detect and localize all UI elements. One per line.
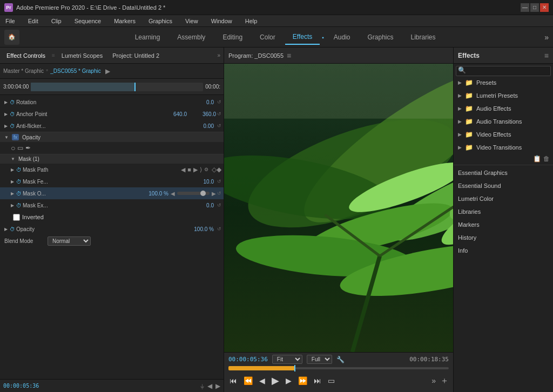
antiflicker-stopwatch[interactable]: ⏱	[10, 123, 15, 129]
menu-edit[interactable]: Edit	[25, 17, 42, 25]
add-button[interactable]: ＋	[440, 375, 449, 387]
anchor-stopwatch[interactable]: ⏱	[10, 111, 15, 117]
mask-opacity-reset[interactable]: ↺	[217, 191, 221, 196]
mask-expansion-toggle[interactable]: ▶	[11, 203, 16, 208]
rotation-stopwatch[interactable]: ⏱	[10, 99, 15, 105]
inverted-checkbox[interactable]	[13, 214, 20, 221]
opacity-toggle[interactable]: ▼	[4, 135, 10, 140]
monitor-menu-button[interactable]: ≡	[287, 51, 291, 60]
safe-margins-button[interactable]: ▭	[327, 375, 336, 386]
panel-expand-button[interactable]: »	[217, 52, 220, 58]
anchor-y[interactable]: 360.0	[189, 111, 216, 117]
mask-opacity-fwd[interactable]: ▶	[212, 191, 216, 197]
menu-file[interactable]: File	[2, 17, 18, 25]
project-tab[interactable]: Project: Untitled 2	[109, 51, 163, 60]
to-out-button[interactable]: ⏭	[313, 375, 322, 386]
mask-opacity-toggle[interactable]: ▶	[11, 191, 16, 196]
close-button[interactable]: ✕	[540, 3, 549, 12]
mask-opacity-slider[interactable]	[177, 192, 210, 195]
lumetri-scopes-tab[interactable]: Lumetri Scopes	[58, 51, 106, 60]
menu-view[interactable]: View	[182, 17, 201, 25]
new-bin-button[interactable]: 📋	[533, 155, 541, 163]
rect-mask[interactable]: ▭	[17, 144, 23, 152]
effect-controls-tab[interactable]: Effect Controls	[3, 51, 49, 60]
libraries-link[interactable]: Libraries	[454, 205, 553, 218]
mask-opacity-back[interactable]: ◀	[171, 191, 175, 197]
mask-path-stop[interactable]: ■	[187, 166, 191, 173]
opacity-val-toggle[interactable]: ▶	[4, 227, 10, 232]
anchor-toggle[interactable]: ▶	[4, 112, 10, 117]
opacity-val-stopwatch[interactable]: ⏱	[10, 226, 15, 232]
lumetri-color-link[interactable]: Lumetri Color	[454, 192, 553, 205]
history-link[interactable]: History	[454, 231, 553, 244]
wrench-icon[interactable]: 🔧	[336, 356, 345, 363]
mask-feather-reset[interactable]: ↺	[217, 179, 221, 184]
effects-menu-button[interactable]: ≡	[544, 51, 549, 60]
mask-opacity-value[interactable]: 100.0 %	[136, 191, 168, 197]
rotation-value[interactable]: 0.0	[181, 99, 214, 105]
markers-link[interactable]: Markers	[454, 218, 553, 231]
play-button[interactable]: ▶	[105, 67, 110, 75]
essential-sound-link[interactable]: Essential Sound	[454, 179, 553, 192]
effect-audio-effects[interactable]: ▶ 📁 Audio Effects	[454, 102, 553, 115]
playback-bar[interactable]	[228, 366, 449, 371]
menu-markers[interactable]: Markers	[111, 17, 139, 25]
ec-ruler[interactable]	[31, 83, 203, 91]
current-time[interactable]: 00:00:05:36	[228, 356, 268, 363]
mask-expansion-value[interactable]: 0.0	[181, 202, 214, 208]
menu-help[interactable]: Help	[242, 17, 261, 25]
home-button[interactable]: 🏠	[4, 30, 19, 45]
anchor-reset[interactable]: ↺	[217, 111, 221, 117]
menu-graphics[interactable]: Graphics	[145, 17, 176, 25]
mask-expansion-stopwatch[interactable]: ⏱	[16, 202, 22, 208]
delete-button[interactable]: 🗑	[543, 155, 550, 163]
mask-feather-stopwatch[interactable]: ⏱	[16, 179, 22, 185]
quality-select[interactable]: Full 1/2 1/4	[307, 355, 332, 364]
opacity-val-reset[interactable]: ↺	[217, 226, 221, 232]
pen-mask[interactable]: ✒	[25, 144, 31, 152]
play-button[interactable]: ▶	[271, 374, 280, 388]
antiflicker-value[interactable]: 0.00	[181, 123, 214, 129]
mask-path-add[interactable]: ⟩	[200, 166, 202, 173]
tab-color[interactable]: Color	[252, 30, 283, 44]
keyframe-next[interactable]: ▶	[215, 382, 220, 390]
maximize-button[interactable]: □	[530, 3, 539, 12]
rotation-toggle[interactable]: ▶	[4, 100, 10, 105]
mask-feather-value[interactable]: 10.0	[181, 179, 214, 185]
menu-sequence[interactable]: Sequence	[71, 17, 105, 25]
tab-assembly[interactable]: Assembly	[170, 30, 213, 44]
anchor-x[interactable]: 640.0	[154, 111, 187, 117]
next-frame-button[interactable]: ▶	[285, 375, 293, 386]
keyframe-prev[interactable]: ◀	[207, 382, 212, 390]
rotation-reset[interactable]: ↺	[217, 99, 221, 105]
antiflicker-reset[interactable]: ↺	[217, 123, 221, 129]
mask-path-stopwatch[interactable]: ⏱	[16, 167, 22, 173]
essential-graphics-link[interactable]: Essential Graphics	[454, 166, 553, 179]
mask-path-tools[interactable]: ⚙	[204, 167, 208, 172]
effect-audio-transitions[interactable]: ▶ 📁 Audio Transitions	[454, 115, 553, 128]
menu-clip[interactable]: Clip	[48, 17, 65, 25]
to-in-button[interactable]: ⏮	[228, 375, 238, 386]
tab-editing[interactable]: Editing	[215, 30, 250, 44]
transport-expand[interactable]: »	[431, 376, 436, 385]
step-fwd-button[interactable]: ⏩	[297, 375, 308, 386]
tab-learning[interactable]: Learning	[127, 30, 168, 44]
mask-path-prev[interactable]: ◀	[181, 166, 185, 173]
mask-path-next[interactable]: ▶	[193, 166, 198, 173]
blend-mode-select[interactable]: Normal Multiply Screen Overlay	[48, 236, 91, 246]
effects-search-input[interactable]	[456, 66, 551, 76]
ellipse-mask[interactable]: ○	[11, 144, 15, 152]
timeline-scrubber[interactable]	[228, 367, 449, 369]
mask-toggle[interactable]: ▼	[11, 157, 16, 161]
tab-effects[interactable]: Effects	[285, 30, 320, 45]
more-workspaces-button[interactable]: »	[544, 33, 549, 42]
mask-path-toggle[interactable]: ▶	[11, 167, 16, 172]
fit-select[interactable]: Fit 25% 50% 75% 100%	[272, 355, 302, 364]
tab-graphics[interactable]: Graphics	[360, 30, 401, 44]
minimize-button[interactable]: —	[521, 3, 529, 12]
tab-audio[interactable]: Audio	[326, 30, 358, 44]
effect-video-transitions[interactable]: ▶ 📁 Video Transitions	[454, 141, 553, 154]
tab-libraries[interactable]: Libraries	[403, 30, 443, 44]
mask-opacity-stopwatch[interactable]: ⏱	[16, 191, 22, 197]
effect-presets[interactable]: ▶ 📁 Presets	[454, 76, 553, 89]
